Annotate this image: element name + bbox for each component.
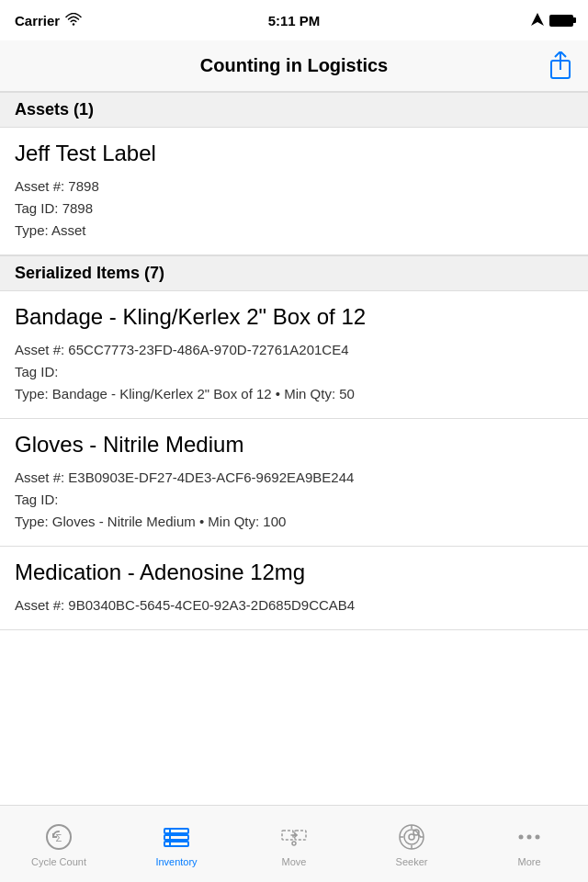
item-title-gloves: Gloves - Nitrile Medium (15, 432, 573, 458)
location-icon (531, 13, 544, 28)
tab-bar: Σ Cycle Count Inventory Mov (0, 805, 588, 882)
item-detail-gloves: Asset #: E3B0903E-DF27-4DE3-ACF6-9692EA9… (15, 467, 573, 533)
nav-bar: Counting in Logistics (0, 40, 588, 92)
wifi-icon (65, 13, 82, 28)
share-icon[interactable] (548, 53, 573, 79)
svg-marker-1 (531, 13, 544, 26)
asset-title-jeff: Jeff Test Label (15, 141, 573, 166)
serialized-item-medication[interactable]: Medication - Adenosine 12mg Asset #: 9B0… (0, 547, 588, 630)
status-right (531, 13, 573, 28)
svg-point-0 (73, 23, 74, 25)
more-label: More (517, 856, 540, 867)
serialized-item-gloves[interactable]: Gloves - Nitrile Medium Asset #: E3B0903… (0, 419, 588, 547)
cycle-count-label: Cycle Count (31, 856, 86, 867)
svg-rect-6 (164, 829, 188, 833)
asset-item-jeff[interactable]: Jeff Test Label Asset #: 7898 Tag ID: 78… (0, 128, 588, 255)
serialized-section-header: Serialized Items (7) (0, 255, 588, 291)
svg-point-14 (404, 830, 419, 844)
svg-point-23 (527, 834, 532, 839)
svg-rect-7 (164, 835, 188, 840)
item-detail-bandage: Asset #: 65CC7773-23FD-486A-970D-72761A2… (15, 339, 573, 405)
tab-more[interactable]: More (470, 821, 588, 867)
svg-point-24 (536, 834, 540, 839)
tab-cycle-count[interactable]: Σ Cycle Count (0, 821, 118, 867)
move-icon (278, 821, 310, 853)
item-title-bandage: Bandage - Kling/Kerlex 2" Box of 12 (15, 304, 573, 330)
assets-section-header: Assets (1) (0, 92, 588, 128)
battery-icon (549, 15, 573, 27)
inventory-label: Inventory (155, 856, 197, 867)
move-label: Move (282, 856, 307, 867)
svg-point-12 (292, 842, 296, 845)
item-detail-medication: Asset #: 9B0340BC-5645-4CE0-92A3-2D685D9… (15, 594, 573, 616)
tab-inventory[interactable]: Inventory (118, 821, 235, 867)
inventory-icon (161, 821, 192, 853)
share-button[interactable] (548, 53, 573, 79)
content-area: Assets (1) Jeff Test Label Asset #: 7898… (0, 92, 588, 805)
nav-title: Counting in Logistics (200, 55, 388, 76)
seeker-label: Seeker (396, 856, 428, 867)
asset-detail-jeff: Asset #: 7898 Tag ID: 7898 Type: Asset (15, 175, 573, 242)
item-title-medication: Medication - Adenosine 12mg (15, 560, 573, 585)
status-time: 5:11 PM (268, 13, 321, 28)
tab-move[interactable]: Move (235, 821, 353, 867)
tab-seeker[interactable]: Seeker (353, 821, 470, 867)
carrier-label: Carrier (15, 13, 60, 28)
seeker-icon (396, 821, 427, 853)
cycle-count-icon: Σ (43, 821, 74, 853)
svg-rect-8 (164, 842, 188, 846)
status-left: Carrier (15, 13, 82, 28)
svg-point-15 (409, 834, 414, 840)
svg-point-22 (519, 834, 524, 839)
svg-text:Σ: Σ (56, 832, 62, 843)
serialized-item-bandage[interactable]: Bandage - Kling/Kerlex 2" Box of 12 Asse… (0, 291, 588, 419)
more-icon (514, 821, 545, 853)
status-bar: Carrier 5:11 PM (0, 0, 588, 40)
